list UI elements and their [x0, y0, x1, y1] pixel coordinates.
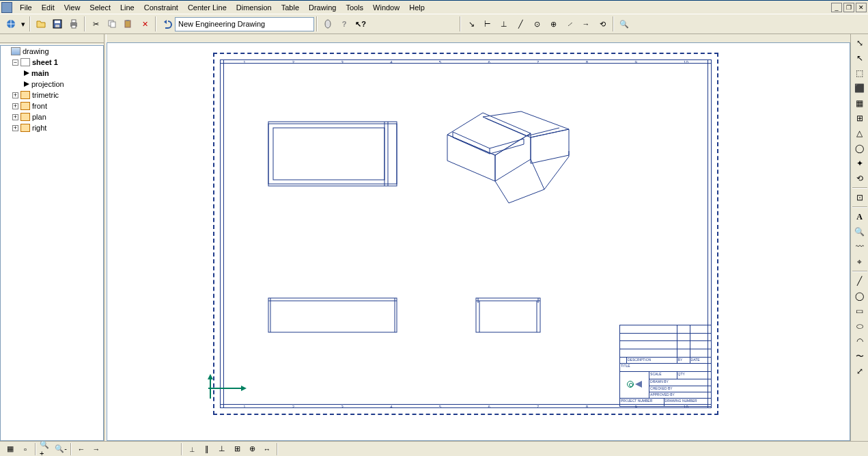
- menu-drawing[interactable]: Drawing: [304, 2, 341, 13]
- separator: [181, 443, 182, 455]
- expand-icon[interactable]: +: [12, 103, 18, 109]
- zoom-fit-icon[interactable]: 🔍: [617, 16, 632, 31]
- vtool-ellipse-icon[interactable]: ⬭: [852, 319, 867, 333]
- open-icon[interactable]: [33, 16, 48, 31]
- tree-view-label: right: [32, 124, 46, 132]
- print-icon[interactable]: [66, 16, 81, 31]
- undo-icon[interactable]: [159, 16, 174, 31]
- vtool-move-icon[interactable]: ⤢: [852, 364, 867, 378]
- vtool-box-icon[interactable]: ⬚: [852, 66, 867, 80]
- tree-sheet[interactable]: − sheet 1: [1, 57, 103, 68]
- save-icon[interactable]: [50, 16, 65, 31]
- menu-file[interactable]: File: [15, 2, 37, 13]
- paste-icon[interactable]: [121, 16, 136, 31]
- menu-edit[interactable]: Edit: [37, 2, 59, 13]
- snap-near-icon[interactable]: →: [578, 16, 593, 31]
- expand-icon[interactable]: +: [12, 125, 18, 131]
- vtool-star-icon[interactable]: ✦: [852, 157, 867, 170]
- constraint-parallel-icon[interactable]: ‖: [200, 443, 214, 455]
- snap-end-icon[interactable]: ↘: [464, 16, 479, 31]
- info-icon[interactable]: [320, 16, 335, 31]
- constraint-grid-icon[interactable]: ⊞: [230, 443, 244, 455]
- menu-dimension[interactable]: Dimension: [232, 2, 277, 13]
- vtool-zoom-icon[interactable]: 🔍: [852, 225, 867, 239]
- vtool-circle-icon[interactable]: ◯: [852, 142, 867, 155]
- vtool-pointer-icon[interactable]: ↖: [852, 51, 867, 65]
- context-help-icon[interactable]: ↖?: [353, 16, 368, 31]
- menu-bar: File Edit View Select Line Constraint Ce…: [0, 0, 868, 14]
- restore-button[interactable]: ❐: [843, 3, 854, 12]
- status-zoomin-icon[interactable]: 🔍+: [39, 443, 53, 455]
- tool-browser-icon[interactable]: [3, 16, 18, 31]
- close-button[interactable]: ✕: [856, 3, 867, 12]
- expand-icon[interactable]: +: [12, 92, 18, 98]
- tree-projection[interactable]: projection: [1, 79, 103, 90]
- vtool-select-icon[interactable]: ⤡: [852, 36, 867, 50]
- constraint-concentric-icon[interactable]: ⊕: [245, 443, 259, 455]
- tree-main[interactable]: main: [1, 68, 103, 79]
- tree-view-label: trimetric: [32, 91, 59, 99]
- menu-line[interactable]: Line: [115, 2, 139, 13]
- status-prev-icon[interactable]: ←: [74, 443, 88, 455]
- vtool-wave-icon[interactable]: 〰: [852, 240, 867, 254]
- vtool-text-icon[interactable]: A: [852, 210, 867, 224]
- drawing-icon: [11, 47, 20, 55]
- svg-rect-9: [125, 21, 130, 27]
- tree-view-right[interactable]: + right: [1, 122, 103, 133]
- svg-marker-17: [447, 113, 531, 155]
- status-snap-icon[interactable]: ▫: [18, 443, 32, 455]
- minimize-button[interactable]: _: [831, 3, 842, 12]
- status-grid-icon[interactable]: ▦: [3, 443, 17, 455]
- vtool-hatch-icon[interactable]: ▦: [852, 96, 867, 110]
- vtool-rotate-icon[interactable]: ⟲: [852, 172, 867, 185]
- tree-root[interactable]: drawing: [1, 46, 103, 57]
- menu-help[interactable]: Help: [404, 2, 430, 13]
- vtool-triangle-icon[interactable]: △: [852, 126, 867, 140]
- vtool-fill-icon[interactable]: ⬛: [852, 81, 867, 95]
- cut-icon[interactable]: ✂: [88, 16, 103, 31]
- vtool-rect-icon[interactable]: ▭: [852, 304, 867, 318]
- snap-perp-icon[interactable]: ⊥: [496, 16, 512, 31]
- svg-marker-20: [483, 111, 569, 137]
- vtool-circle2-icon[interactable]: ◯: [852, 289, 867, 303]
- snap-quad-icon[interactable]: ⊕: [546, 16, 561, 31]
- copy-icon[interactable]: [104, 16, 120, 31]
- snap-int-icon[interactable]: ⟋: [562, 16, 577, 31]
- tree-view-trimetric[interactable]: + trimetric: [1, 90, 103, 100]
- status-next-icon[interactable]: →: [89, 443, 103, 455]
- menu-select[interactable]: Select: [85, 2, 115, 13]
- menu-table[interactable]: Table: [277, 2, 304, 13]
- snap-center-icon[interactable]: ⊙: [529, 16, 544, 31]
- vtool-arc-icon[interactable]: ◠: [852, 334, 867, 348]
- separator: [460, 16, 461, 31]
- constraint-horiz-icon[interactable]: ↔: [260, 443, 274, 455]
- menu-window[interactable]: Window: [368, 2, 404, 13]
- snap-mid-icon[interactable]: ⊢: [480, 16, 495, 31]
- snap-tan-icon[interactable]: ╱: [513, 16, 528, 31]
- tool-dropdown-icon[interactable]: ▾: [20, 16, 27, 31]
- menu-centerline[interactable]: Center Line: [183, 2, 232, 13]
- menu-constraint[interactable]: Constraint: [139, 2, 183, 13]
- constraint-perp-icon[interactable]: ⟂: [185, 443, 199, 455]
- tree-view-front[interactable]: + front: [1, 100, 103, 111]
- menu-tools[interactable]: Tools: [341, 2, 368, 13]
- command-combo[interactable]: [175, 17, 314, 31]
- help-icon[interactable]: ?: [337, 16, 352, 31]
- vtool-target-icon[interactable]: ⌖: [852, 255, 867, 269]
- vtool-spline-icon[interactable]: 〜: [852, 349, 867, 363]
- vtool-line-icon[interactable]: ╱: [852, 274, 867, 288]
- vtool-frame-icon[interactable]: ⊡: [852, 191, 867, 204]
- menu-view[interactable]: View: [59, 2, 85, 13]
- delete-icon[interactable]: ✕: [137, 16, 152, 31]
- constraint-vert-icon[interactable]: ⊥: [215, 443, 229, 455]
- vtool-grid-icon[interactable]: ⊞: [852, 111, 867, 125]
- expand-icon[interactable]: +: [12, 114, 18, 120]
- svg-rect-25: [268, 298, 397, 332]
- collapse-icon[interactable]: −: [12, 59, 18, 66]
- status-zoomout-icon[interactable]: 🔍-: [54, 443, 68, 455]
- feature-tree[interactable]: drawing − sheet 1 main projection + trim…: [0, 45, 104, 441]
- snap-node-icon[interactable]: ⟲: [595, 16, 610, 31]
- drawing-canvas[interactable]: 12345678910 12345678910: [107, 42, 850, 441]
- tree-view-plan[interactable]: + plan: [1, 111, 103, 122]
- window-controls: _ ❐ ✕: [830, 3, 867, 12]
